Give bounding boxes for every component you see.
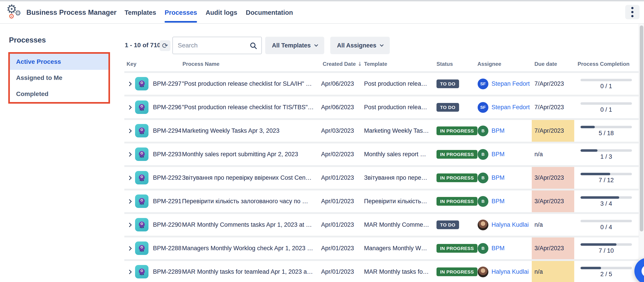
process-key[interactable]: BPM-2293 bbox=[153, 143, 181, 165]
assignee-link[interactable]: Halyna Kudlai bbox=[492, 221, 530, 228]
process-key[interactable]: BPM-2290 bbox=[153, 214, 181, 236]
column-header-due-date: Due date bbox=[534, 61, 557, 67]
tab-processes[interactable]: Processes bbox=[164, 1, 197, 24]
created-date: Apr/01/2023 bbox=[321, 261, 361, 282]
expand-chevron-icon[interactable] bbox=[127, 176, 132, 180]
process-name[interactable]: Managers Monthly Worklog check Apr 1, 20… bbox=[182, 237, 319, 259]
process-key[interactable]: BPM-2292 bbox=[153, 167, 181, 189]
created-date: Apr/02/2023 bbox=[321, 143, 361, 165]
assignee-link[interactable]: Halyna Kudlai bbox=[492, 268, 530, 275]
table-row[interactable]: BPM-2292 Звітування про перевірку ввірен… bbox=[124, 167, 639, 189]
table-row[interactable]: BPM-2290 MAR Monthly Comments tasks Apr … bbox=[124, 214, 639, 236]
toolbar: 1 - 10 of 710 All Templates All Assignee… bbox=[124, 37, 639, 55]
process-name[interactable]: Звітування про перевірку ввірених Cost C… bbox=[182, 167, 319, 189]
alien-icon bbox=[137, 149, 147, 159]
status-cell: IN PROGRESS bbox=[436, 120, 477, 142]
process-key[interactable]: BPM-2288 bbox=[153, 237, 181, 259]
progress-bar bbox=[580, 220, 632, 222]
process-name[interactable]: MAR Monthly Comments tasks Apr 1, 2023 a… bbox=[182, 214, 319, 236]
assignee-link[interactable]: BPM bbox=[492, 127, 530, 134]
alien-icon bbox=[137, 220, 147, 230]
due-date: 3/Apr/2023 bbox=[532, 190, 574, 212]
process-name[interactable]: "Post production release checklist for S… bbox=[182, 73, 319, 95]
gear-icon bbox=[8, 13, 14, 20]
progress-value: 7 / 10 bbox=[580, 247, 632, 254]
avatar: B bbox=[478, 196, 488, 207]
avatar: SF bbox=[478, 102, 488, 113]
progress-bar-fill bbox=[580, 173, 610, 175]
sidebar-item-completed[interactable]: Completed bbox=[10, 86, 108, 102]
assignee-link[interactable]: Stepan Fedort bbox=[492, 104, 530, 111]
column-header-process-completion: Process Completion bbox=[578, 61, 630, 67]
alien-icon bbox=[137, 196, 147, 206]
assignee-link[interactable]: BPM bbox=[492, 174, 530, 181]
assignee-link[interactable]: Stepan Fedort bbox=[492, 80, 530, 87]
process-key[interactable]: BPM-2289 bbox=[153, 261, 181, 282]
filter-all-assignees[interactable]: All Assignees bbox=[330, 37, 390, 54]
filter-label: All Templates bbox=[272, 42, 311, 49]
due-date: 7/Apr/2023 bbox=[532, 120, 574, 142]
assignee-link[interactable]: BPM bbox=[492, 151, 530, 158]
table-row[interactable]: BPM-2291 Перевірити кількість залоговано… bbox=[124, 190, 639, 212]
scrollbar-thumb[interactable] bbox=[640, 26, 643, 231]
created-date: Apr/01/2023 bbox=[321, 237, 361, 259]
table-row[interactable]: BPM-2289 MAR Monthly tasks for teamlead … bbox=[124, 261, 639, 282]
app-header: Business Process Manager Templates Proce… bbox=[0, 1, 644, 24]
assignee-cell: B BPM bbox=[478, 190, 530, 212]
process-name[interactable]: "Post production release checklist for T… bbox=[182, 97, 319, 118]
search-icon bbox=[249, 42, 258, 50]
process-completion-cell: 0 / 4 bbox=[580, 214, 632, 236]
progress-bar-fill bbox=[580, 243, 616, 246]
expand-chevron-icon[interactable] bbox=[127, 152, 132, 157]
tab-audit-logs[interactable]: Audit logs bbox=[206, 1, 237, 24]
table-row[interactable]: BPM-2293 Monthly sales report submitting… bbox=[124, 143, 639, 165]
expand-chevron-icon[interactable] bbox=[127, 105, 132, 110]
process-app-icon bbox=[135, 101, 148, 114]
expand-chevron-icon[interactable] bbox=[127, 129, 132, 133]
sidebar-item-assigned-to-me[interactable]: Assigned to Me bbox=[10, 70, 108, 86]
filter-all-templates[interactable]: All Templates bbox=[265, 37, 324, 54]
table-row[interactable]: BPM-2297 "Post production release checkl… bbox=[124, 73, 639, 95]
progress-bar-fill bbox=[580, 149, 598, 152]
status-cell: TO DO bbox=[436, 97, 477, 118]
status-cell: IN PROGRESS bbox=[436, 261, 477, 282]
avatar: B bbox=[478, 149, 488, 160]
table-row[interactable]: BPM-2288 Managers Monthly Worklog check … bbox=[124, 237, 639, 259]
table-row[interactable]: BPM-2296 "Post production release checkl… bbox=[124, 97, 639, 118]
filter-label: All Assignees bbox=[337, 42, 376, 49]
search-input[interactable] bbox=[173, 37, 262, 54]
assignee-cell: B BPM bbox=[478, 143, 530, 165]
process-name[interactable]: MAR Monthly tasks for teamlead Apr 1, 20… bbox=[182, 261, 319, 282]
expand-chevron-icon[interactable] bbox=[127, 223, 132, 227]
expand-chevron-icon[interactable] bbox=[127, 199, 132, 204]
tab-templates[interactable]: Templates bbox=[124, 1, 156, 24]
expand-chevron-icon[interactable] bbox=[127, 270, 132, 274]
progress-bar-fill bbox=[580, 267, 601, 269]
status-badge: IN PROGRESS bbox=[436, 150, 478, 159]
progress-bar bbox=[580, 173, 632, 175]
window-top-edge bbox=[0, 0, 644, 1]
table-row[interactable]: BPM-2294 Marketing Weekly Tasks Apr 3, 2… bbox=[124, 120, 639, 142]
created-date: Apr/01/2023 bbox=[321, 190, 361, 212]
assignee-link[interactable]: BPM bbox=[492, 198, 530, 205]
sidebar-title: Processes bbox=[9, 36, 124, 44]
process-completion-cell: 1 / 3 bbox=[580, 143, 632, 165]
column-header-created-date[interactable]: Created Date↓ bbox=[323, 61, 362, 67]
kebab-menu-button[interactable] bbox=[625, 5, 640, 19]
sidebar-item-active-process[interactable]: Active Process bbox=[10, 54, 108, 70]
assignee-link[interactable]: BPM bbox=[492, 245, 530, 252]
process-key[interactable]: BPM-2297 bbox=[153, 73, 181, 95]
template-name: Managers Monthly W… bbox=[364, 237, 432, 259]
process-name[interactable]: Перевірити кількість залогованого часу п… bbox=[182, 190, 319, 212]
process-key[interactable]: BPM-2296 bbox=[153, 97, 181, 118]
process-key[interactable]: BPM-2294 bbox=[153, 120, 181, 142]
expand-chevron-icon[interactable] bbox=[127, 246, 132, 251]
assignee-cell: B BPM bbox=[478, 237, 530, 259]
expand-chevron-icon[interactable] bbox=[127, 82, 132, 86]
process-name[interactable]: Monthly sales report submitting Apr 2, 2… bbox=[182, 143, 319, 165]
process-key[interactable]: BPM-2291 bbox=[153, 190, 181, 212]
refresh-button[interactable] bbox=[160, 40, 170, 51]
refresh-icon bbox=[162, 41, 168, 50]
process-name[interactable]: Marketing Weekly Tasks Apr 3, 2023 bbox=[182, 120, 319, 142]
tab-documentation[interactable]: Documentation bbox=[246, 1, 293, 24]
